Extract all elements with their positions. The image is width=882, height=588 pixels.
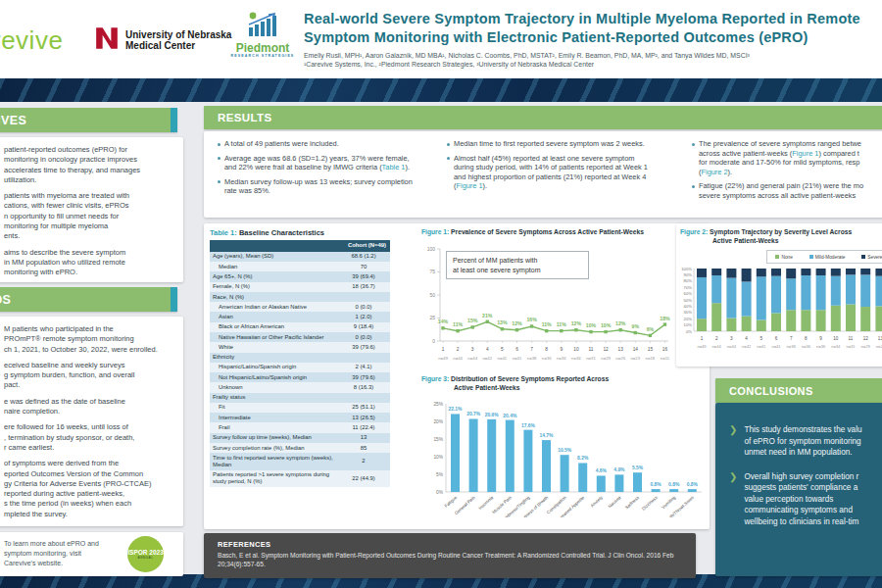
svg-text:n=44: n=44 <box>712 344 722 349</box>
svg-text:0.8%: 0.8% <box>668 482 680 487</box>
svg-text:13%: 13% <box>497 319 508 325</box>
bullet-item: Fatigue (22%) and general pain (21%) wer… <box>692 181 882 200</box>
results-header: RESULTS <box>204 106 882 129</box>
svg-text:21%: 21% <box>482 313 493 318</box>
table-row: Patients reported >1 severe symptoms dur… <box>210 470 390 487</box>
chevron-icon: ❯ <box>729 424 737 459</box>
svg-text:4.6%: 4.6% <box>596 468 608 473</box>
svg-text:90%: 90% <box>684 272 693 277</box>
results-column-2: Median time to first reported severe sym… <box>447 139 687 196</box>
svg-text:Sadness: Sadness <box>624 495 641 511</box>
svg-text:5%: 5% <box>436 472 444 477</box>
svg-text:n=36: n=36 <box>557 356 566 361</box>
svg-text:25: 25 <box>429 315 435 320</box>
svg-text:20.7%: 20.7% <box>466 412 481 416</box>
svg-text:n=41: n=41 <box>513 356 522 361</box>
svg-text:8.2%: 8.2% <box>577 456 589 461</box>
svg-text:Fatigue: Fatigue <box>444 495 459 509</box>
svg-text:75: 75 <box>429 269 435 274</box>
objectives-panel: patient-reported outcomes (ePRO) formoni… <box>0 137 183 282</box>
table-row: Ethnicity <box>210 353 390 363</box>
svg-text:40%: 40% <box>684 304 693 309</box>
svg-text:2: 2 <box>457 347 460 352</box>
methods-header: METHODS <box>0 287 177 312</box>
svg-text:n=31: n=31 <box>846 344 856 349</box>
svg-text:11: 11 <box>849 336 854 341</box>
svg-text:6: 6 <box>515 347 518 352</box>
svg-text:7: 7 <box>530 347 533 352</box>
piedmont-logo-text: Piedmont <box>223 42 302 54</box>
svg-text:8: 8 <box>545 347 548 352</box>
svg-text:14: 14 <box>633 347 639 352</box>
svg-text:n=26: n=26 <box>615 356 625 361</box>
bullet-dot <box>692 143 695 146</box>
svg-text:11%: 11% <box>542 321 552 327</box>
svg-text:8: 8 <box>805 336 808 341</box>
chevron-icon: ❯ <box>729 471 737 528</box>
bullet-item: A total of 49 patients were included. <box>218 139 445 149</box>
table-row: Age (years), Mean (SD)68.6 (1.2) <box>210 252 390 262</box>
bullet-item: Median time to first reported severe sym… <box>447 139 687 149</box>
svg-text:17.6%: 17.6% <box>521 423 536 428</box>
svg-text:12%: 12% <box>571 320 582 326</box>
svg-text:n=41: n=41 <box>498 356 508 361</box>
table-row: Native Hawaiian or Other Pacific Islande… <box>210 332 390 342</box>
svg-text:20%: 20% <box>684 317 693 321</box>
svg-text:n=34: n=34 <box>571 356 581 361</box>
title-block: Real-world Severe Symptom Trajectory in … <box>304 10 882 68</box>
svg-text:6%: 6% <box>647 326 655 332</box>
svg-text:Vomiting: Vomiting <box>661 495 677 511</box>
table-row: Female, N (%)18 (36.7) <box>210 282 390 292</box>
svg-text:50%: 50% <box>684 298 693 303</box>
svg-text:15: 15 <box>648 347 654 352</box>
table-row: White39 (79.6) <box>210 342 390 352</box>
table1-title: Table 1: Baseline Characteristics <box>210 228 324 237</box>
svg-text:0.8%: 0.8% <box>687 482 699 487</box>
bullet-dot <box>447 157 450 160</box>
svg-text:4: 4 <box>745 336 748 341</box>
baseline-table: Cohort (N=49)Age (years), Mean (SD)68.6 … <box>210 240 390 487</box>
objectives-text: patient-reported outcomes (ePRO) formoni… <box>4 145 179 284</box>
results-bullets-panel: A total of 49 patients were included.Ave… <box>204 131 882 218</box>
svg-text:12%: 12% <box>512 320 522 326</box>
objectives-header: OBJECTIVES <box>0 108 177 132</box>
svg-text:n=49: n=49 <box>697 344 707 349</box>
poster-title-line1: Real-world Severe Symptom Trajectory in … <box>304 10 882 28</box>
results-heading: RESULTS <box>204 106 272 129</box>
svg-text:n=44: n=44 <box>453 356 463 361</box>
svg-text:n=36: n=36 <box>802 344 811 349</box>
svg-text:n=41: n=41 <box>757 344 766 349</box>
svg-text:n=11: n=11 <box>661 356 670 361</box>
references-heading: REFERENCES <box>204 533 696 552</box>
svg-text:12: 12 <box>863 336 869 341</box>
svg-text:10%: 10% <box>684 322 693 327</box>
table-row: Hispanic/Latino/Spanish origin2 (4.1) <box>210 363 390 372</box>
svg-text:16: 16 <box>662 347 668 352</box>
svg-text:9%: 9% <box>632 323 640 329</box>
svg-text:10%: 10% <box>586 322 597 328</box>
piedmont-logo-subtext: RESEARCH STRATEGIES <box>223 54 302 58</box>
references-panel: REFERENCES Basch, E et al. Symptom Monit… <box>204 533 696 578</box>
svg-text:Anxiety: Anxiety <box>590 495 605 509</box>
svg-text:9: 9 <box>560 347 563 352</box>
svg-text:n=29: n=29 <box>601 356 611 361</box>
svg-text:n=38: n=38 <box>787 344 797 349</box>
svg-text:Nausea: Nausea <box>608 495 622 509</box>
bullet-dot <box>218 157 220 160</box>
piedmont-logo: Piedmont RESEARCH STRATEGIES <box>223 12 302 58</box>
svg-text:10: 10 <box>833 336 839 341</box>
legend-item: Severe <box>861 255 882 260</box>
conclusions-panel: ❯This study demonstrates the valuof ePRO… <box>715 403 882 576</box>
table-row: Unknown8 (16.3) <box>210 382 390 392</box>
bullet-item: The prevalence of severe symptoms ranged… <box>692 139 882 176</box>
conclusion-item: ❯Overall high survey completion rsuggest… <box>729 471 882 528</box>
svg-text:15%: 15% <box>433 437 443 442</box>
figure2-legend: NoneMild-ModerateSevere <box>766 250 882 264</box>
figure1-annotation: Percent of MM patients with at least one… <box>446 251 589 279</box>
svg-text:30%: 30% <box>684 310 693 315</box>
table-row: Fit25 (51.1) <box>210 403 390 413</box>
svg-text:9: 9 <box>819 336 822 341</box>
figure2-title: Figure 2: Symptom Trajectory by Severity… <box>680 228 852 245</box>
svg-text:11%: 11% <box>453 321 463 327</box>
conclusions-heading: CONCLUSIONS <box>715 378 813 403</box>
